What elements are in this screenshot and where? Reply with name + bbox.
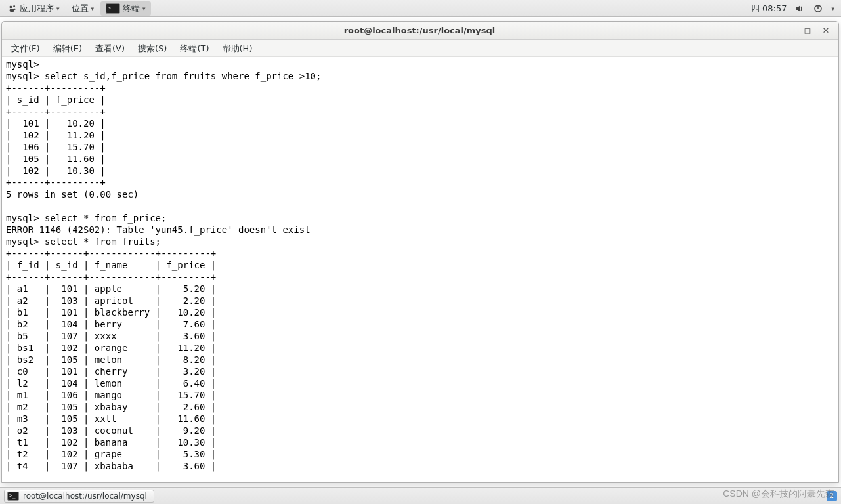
svg-point-0 xyxy=(9,5,12,8)
gnome-foot-icon xyxy=(8,4,17,13)
maximize-button[interactable]: ◻ xyxy=(803,26,812,35)
applications-menu[interactable]: 应用程序 ▾ xyxy=(3,1,65,16)
terminal-output[interactable]: mysql> mysql> select s_id,f_price from f… xyxy=(2,57,838,482)
menu-view[interactable]: 查看(V) xyxy=(90,41,130,56)
chevron-down-icon[interactable]: ▾ xyxy=(831,5,834,12)
chevron-down-icon: ▾ xyxy=(56,5,60,12)
menu-terminal[interactable]: 终端(T) xyxy=(175,41,214,56)
volume-icon[interactable] xyxy=(794,3,805,14)
terminal-window: root@localhost:/usr/local/mysql — ◻ ✕ 文件… xyxy=(1,21,839,483)
clock-label[interactable]: 四 08:57 xyxy=(751,3,787,14)
active-app-menu[interactable]: 终端 ▾ xyxy=(100,1,151,16)
terminal-icon xyxy=(7,492,19,501)
terminal-menubar: 文件(F) 编辑(E) 查看(V) 搜索(S) 终端(T) 帮助(H) xyxy=(2,40,838,57)
menu-search[interactable]: 搜索(S) xyxy=(133,41,172,56)
taskbar-terminal-button[interactable]: root@localhost:/usr/local/mysql xyxy=(4,490,154,503)
taskbar-task-label: root@localhost:/usr/local/mysql xyxy=(23,492,147,501)
gnome-bottom-panel: root@localhost:/usr/local/mysql 2 xyxy=(0,487,841,504)
places-label: 位置 xyxy=(72,3,89,14)
terminal-icon xyxy=(106,3,120,14)
gnome-top-panel: 应用程序 ▾ 位置 ▾ 终端 ▾ 四 08:57 ▾ xyxy=(0,0,841,17)
power-icon[interactable] xyxy=(813,3,823,14)
minimize-button[interactable]: — xyxy=(785,26,794,35)
menu-help[interactable]: 帮助(H) xyxy=(217,41,258,56)
svg-point-2 xyxy=(14,8,15,9)
places-menu[interactable]: 位置 ▾ xyxy=(66,1,100,16)
chevron-down-icon: ▾ xyxy=(142,5,146,12)
workspace-switcher[interactable]: 2 xyxy=(827,491,837,501)
svg-point-1 xyxy=(13,5,15,7)
applications-label: 应用程序 xyxy=(20,3,54,14)
window-titlebar[interactable]: root@localhost:/usr/local/mysql — ◻ ✕ xyxy=(2,22,838,40)
close-button[interactable]: ✕ xyxy=(821,26,830,35)
menu-file[interactable]: 文件(F) xyxy=(6,41,45,56)
active-app-label: 终端 xyxy=(123,3,140,14)
chevron-down-icon: ▾ xyxy=(91,5,95,12)
menu-edit[interactable]: 编辑(E) xyxy=(48,41,87,56)
svg-point-3 xyxy=(10,9,14,12)
window-title: root@localhost:/usr/local/mysql xyxy=(54,26,785,35)
